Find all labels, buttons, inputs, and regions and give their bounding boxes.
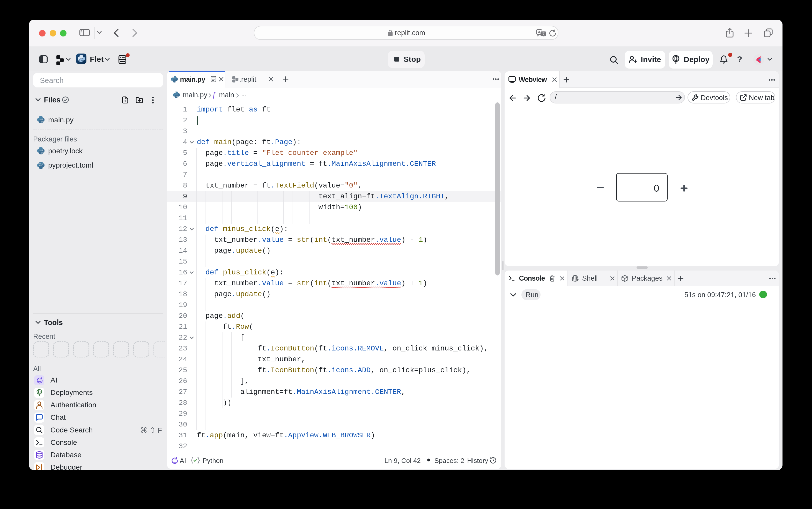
svg-text:文: 文 bbox=[542, 32, 545, 36]
svg-text:A: A bbox=[538, 30, 541, 34]
